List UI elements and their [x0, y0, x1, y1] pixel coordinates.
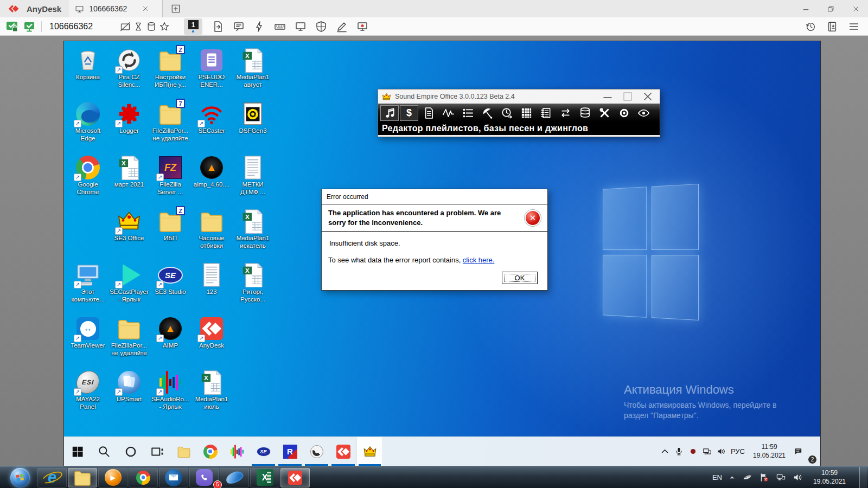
shield-icon[interactable] — [315, 20, 328, 33]
session-tab[interactable]: 106666362 — [68, 0, 163, 17]
desktop-icon-aimp[interactable]: ▲↗AIMP — [150, 315, 191, 369]
pencil-icon[interactable] — [335, 20, 348, 33]
se-toolbar-waveform-icon[interactable] — [439, 105, 457, 121]
remote-clock[interactable]: 11:59 19.05.2021 — [750, 443, 789, 460]
host-taskbar-media-player-icon[interactable]: ▶ — [98, 468, 127, 487]
monitor-1-button[interactable]: 1 — [184, 18, 202, 35]
favorite-star-icon[interactable] — [159, 21, 170, 32]
desktop-icon-sync-arrows[interactable]: ↗Pira CZ Silenc... — [108, 47, 150, 100]
history-icon[interactable] — [805, 21, 816, 33]
taskbar-o-circle-icon[interactable] — [303, 437, 330, 466]
taskbar-cortana-icon[interactable] — [117, 437, 144, 466]
chevron-up-icon[interactable] — [660, 447, 669, 456]
record-icon[interactable] — [356, 20, 369, 33]
minimize-button[interactable] — [793, 0, 818, 17]
restore-button[interactable] — [818, 0, 843, 17]
se-toolbar-notebook-icon[interactable] — [537, 105, 555, 121]
taskbar-explorer-folder-icon[interactable] — [170, 437, 197, 466]
desktop-icon-folder[interactable]: FileZillaPor... не удаляйте — [108, 315, 150, 369]
desktop-icon-teamviewer[interactable]: ↔↗TeamViewer — [67, 315, 108, 369]
se-toolbar-grid-icon[interactable] — [517, 105, 535, 121]
taskbar-crown-icon[interactable] — [356, 437, 383, 466]
action-center-flag-icon[interactable] — [759, 472, 769, 483]
desktop-icon-folder-zip[interactable]: ZИБП — [150, 208, 191, 261]
desktop-icon-wifi-red[interactable]: ↗SECaster — [191, 100, 232, 154]
desktop-icon-esi[interactable]: ESI↗MAYA22 Panel — [67, 369, 108, 422]
microphone-icon[interactable] — [674, 447, 684, 456]
host-taskbar-start-orb-icon[interactable] — [4, 468, 36, 487]
se-toolbar-gear-icon[interactable] — [615, 105, 633, 121]
se-toolbar-eye-icon[interactable] — [634, 105, 653, 121]
desktop-icon-recycle-bin[interactable]: Корзина — [67, 47, 108, 100]
desktop-icon-crown[interactable]: ↗SE3 Office — [108, 208, 150, 261]
desktop-icon-red-blob[interactable]: ↗Logger — [108, 100, 150, 154]
screenshot-off-icon[interactable] — [120, 21, 131, 32]
host-taskbar-excel-icon[interactable]: X — [250, 468, 279, 487]
desktop-icon-excel-doc[interactable]: XMediaPlan1 июль — [191, 369, 232, 422]
lightning-icon[interactable] — [253, 20, 266, 33]
desktop-icon-folder[interactable]: Часовые отбивки — [191, 208, 232, 261]
se-window-titlebar[interactable]: Sound Empire Office 3.0.0.123 Beta 2.4 — [378, 89, 660, 104]
se-toolbar-database-icon[interactable] — [576, 105, 594, 121]
swoosh-tray-icon[interactable] — [742, 472, 752, 483]
display-icon[interactable] — [294, 20, 307, 33]
desktop-icon-excel-doc[interactable]: XРиторг, Русско... — [232, 261, 273, 315]
volume-icon[interactable] — [717, 447, 726, 456]
se-maximize-button[interactable] — [620, 90, 636, 103]
taskbar-se-studio-icon[interactable]: SE — [250, 437, 277, 466]
hourglass-icon[interactable] — [133, 21, 144, 32]
host-taskbar-anydesk-icon[interactable] — [280, 468, 310, 487]
desktop-icon-equalizer[interactable]: ↗SEAudioRo... - Ярлык — [150, 369, 191, 422]
desktop-icon-se3-studio[interactable]: SE↗SE3 Studio — [150, 261, 191, 315]
host-taskbar-chrome-icon[interactable] — [129, 468, 158, 487]
se-close-button[interactable] — [640, 90, 656, 103]
desktop-icon-folder-zip[interactable]: ZНастройки ИБП(не у... — [150, 47, 191, 100]
desktop-icon-purple-doc[interactable]: PSEUDO ENER... — [191, 47, 232, 100]
show-desktop-button[interactable] — [859, 467, 867, 488]
desktop-icon-excel-doc[interactable]: Xмарт 2021 — [108, 154, 150, 208]
desktop-icon-edge[interactable]: ↗Microsoft Edge — [67, 100, 108, 154]
record-dot-icon[interactable] — [688, 447, 698, 456]
menu-icon[interactable] — [848, 21, 860, 33]
host-taskbar-blue-lens-icon[interactable] — [220, 468, 249, 487]
se-toolbar-swap-arrows-icon[interactable] — [556, 105, 575, 121]
desktop-icon-excel-doc[interactable]: XMediaPlan1 искатель — [232, 208, 273, 261]
network-icon[interactable] — [703, 447, 712, 456]
host-language-indicator[interactable]: EN — [712, 473, 722, 481]
desktop-icon-folder-zip[interactable]: 7FileZillaPor... не удаляйте — [150, 100, 191, 154]
notification-center-icon[interactable] — [794, 447, 803, 456]
taskbar-start-icon[interactable] — [64, 437, 91, 466]
host-taskbar-explorer-folder-icon[interactable] — [68, 468, 97, 487]
sound-empire-window[interactable]: Sound Empire Office 3.0.0.123 Beta 2.4 $… — [378, 89, 660, 137]
keyboard-icon[interactable] — [273, 20, 286, 33]
se-toolbar-clock-icon[interactable] — [497, 105, 516, 121]
language-indicator[interactable]: РУС — [731, 447, 745, 455]
file-transfer-icon[interactable] — [212, 20, 225, 33]
desktop-icon-text-doc[interactable]: МЕТКИ ДТМФ ... — [232, 154, 273, 208]
se-toolbar-music-notes-icon[interactable] — [380, 105, 399, 121]
host-taskbar-thunderbird-icon[interactable] — [159, 468, 188, 487]
taskbar-r-app-icon[interactable]: R — [277, 437, 303, 466]
ok-button[interactable]: OK — [502, 272, 538, 284]
host-taskbar-viber-icon[interactable]: 5 — [189, 468, 219, 487]
new-session-tab-button[interactable] — [170, 3, 181, 14]
close-button[interactable] — [843, 0, 868, 17]
host-network-icon[interactable] — [776, 472, 786, 483]
desktop-icon-excel-doc[interactable]: XMediaPlan1 август — [232, 47, 273, 100]
desktop-icon-upsmart[interactable]: ↗UPSmart — [108, 369, 150, 422]
se-toolbar-satellite-icon[interactable] — [478, 105, 496, 121]
se-toolbar-dollar-icon[interactable]: $ — [400, 105, 418, 121]
host-clock[interactable]: 10:59 19.05.2021 — [809, 469, 850, 486]
se-toolbar-list-icon[interactable] — [458, 105, 477, 121]
host-taskbar-internet-explorer-icon[interactable]: e — [37, 468, 67, 487]
se-toolbar-document-icon[interactable] — [419, 105, 438, 121]
desktop-icon-filezilla[interactable]: FZ↗FileZilla Server ... — [150, 154, 191, 208]
desktop-icon-aimp[interactable]: ▲aimp_4.60.... — [191, 154, 232, 208]
desktop-icon-gear-doc[interactable]: DSFGen3 — [232, 100, 273, 154]
taskbar-search-icon[interactable] — [91, 437, 117, 466]
taskbar-anydesk-icon[interactable] — [330, 437, 356, 466]
desktop-icon-anydesk-tile[interactable]: ↗AnyDesk — [191, 315, 232, 369]
tab-close-icon[interactable] — [142, 5, 149, 12]
desktop-icon-play-cyan[interactable]: ↗SECastPlayer - Ярлык — [108, 261, 150, 315]
chevron-up-icon[interactable] — [729, 472, 736, 483]
